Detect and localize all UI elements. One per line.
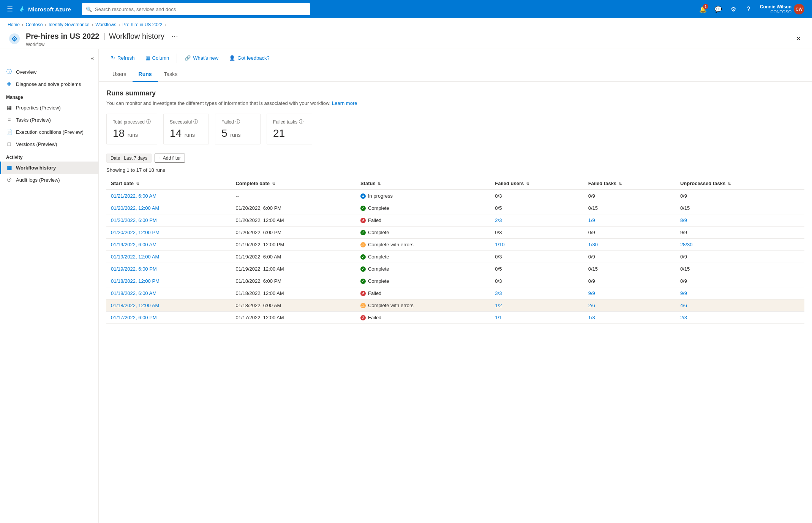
start-date-link[interactable]: 01/20/2022, 12:00 AM [111,205,159,211]
notification-badge: 1 [703,4,708,9]
status-text: Failed [368,290,381,296]
help-icon[interactable]: ? [742,2,755,16]
refresh-button[interactable]: ↻ Refresh [106,53,139,63]
whats-new-button[interactable]: 🔗 What's new [180,53,223,63]
user-menu[interactable]: Connie Wilson CONTOSO CW [757,2,807,16]
breadcrumb-contoso[interactable]: Contoso [26,22,43,27]
failed-tasks-link[interactable]: 1/9 [588,217,595,223]
start-date-link[interactable]: 01/19/2022, 6:00 AM [111,242,156,247]
unprocessed-link[interactable]: 2/3 [680,315,687,320]
failed-tasks-link[interactable]: 1/30 [588,242,598,247]
sidebar-item-tasks[interactable]: ≡ Tasks (Preview) [0,114,98,126]
feedback-button[interactable]: 👤 Got feedback? [224,53,274,63]
start-date-link[interactable]: 01/18/2022, 6:00 AM [111,290,156,296]
start-date-link[interactable]: 01/19/2022, 6:00 PM [111,266,157,272]
tab-tasks[interactable]: Tasks [158,67,184,82]
failed-info-icon[interactable]: ⓘ [235,119,240,125]
td-status: ✗ Failed [356,287,490,300]
card-failed-value: 5 runs [221,127,254,139]
th-complete-date[interactable]: Complete date ⇅ [231,178,355,190]
header-more-menu[interactable]: ⋯ [168,30,181,42]
unprocessed-link[interactable]: 4/6 [680,303,687,308]
unprocessed-link[interactable]: 9/9 [680,290,687,296]
breadcrumb-home[interactable]: Home [8,22,20,27]
sidebar-item-execution[interactable]: 📄 Execution conditions (Preview) [0,126,98,138]
table-row: 01/17/2022, 6:00 PM 01/17/2022, 12:00 AM… [106,312,804,324]
td-complete-date: 01/19/2022, 12:00 PM [231,239,355,251]
failed-users-link[interactable]: 1/10 [495,242,504,247]
settings-icon[interactable]: ⚙ [727,2,740,16]
start-date-link[interactable]: 01/17/2022, 6:00 PM [111,315,157,320]
td-status: ✓ Complete [356,251,490,263]
failed-tasks-info-icon[interactable]: ⓘ [299,119,303,125]
start-date-link[interactable]: 01/18/2022, 12:00 PM [111,278,160,284]
main-container: « ⓘ Overview ✚ Diagnose and solve proble… [0,49,812,523]
feedback-label: Got feedback? [237,55,270,61]
add-filter-button[interactable]: + Add filter [155,154,185,163]
status-text: In progress [368,193,393,199]
sidebar-item-overview[interactable]: ⓘ Overview [0,66,98,78]
status-icon: ✗ [360,291,366,296]
start-date-link[interactable]: 01/20/2022, 12:00 PM [111,230,160,235]
td-failed-tasks: 0/15 [584,202,676,214]
start-date-link[interactable]: 01/18/2022, 12:00 AM [111,303,159,308]
sidebar-item-versions[interactable]: □ Versions (Preview) [0,138,98,150]
start-date-link[interactable]: 01/21/2022, 6:00 AM [111,193,156,199]
tab-users[interactable]: Users [106,67,133,82]
th-failed-users[interactable]: Failed users ⇅ [490,178,583,190]
th-status[interactable]: Status ⇅ [356,178,490,190]
failed-tasks-link[interactable]: 9/9 [588,290,595,296]
failed-users-link[interactable]: 2/3 [495,217,502,223]
breadcrumb-workflows[interactable]: Workflows [95,22,116,27]
breadcrumb-prehire[interactable]: Pre-hire in US 2022 [122,22,162,27]
failed-users-value: 0/3 [495,254,502,260]
td-unprocessed: 0/15 [676,202,804,214]
sidebar-collapse-btn[interactable]: « [89,54,95,63]
column-button[interactable]: ▦ Column [141,53,174,63]
date-filter-tag[interactable]: Date : Last 7 days [106,154,152,163]
th-failed-tasks[interactable]: Failed tasks ⇅ [584,178,676,190]
feedback-icon[interactable]: 💬 [711,2,725,16]
td-failed-tasks: 1/3 [584,312,676,324]
total-info-icon[interactable]: ⓘ [146,119,151,125]
sidebar-item-audit-logs[interactable]: ☉ Audit logs (Preview) [0,174,98,186]
failed-tasks-link[interactable]: 2/6 [588,303,595,308]
search-bar[interactable]: 🔍 [82,3,310,15]
td-failed-tasks: 0/9 [584,275,676,287]
hamburger-menu[interactable]: ☰ [5,3,15,16]
tab-runs[interactable]: Runs [133,67,158,82]
close-button[interactable]: ✕ [793,33,804,44]
breadcrumb: Home › Contoso › Identity Governance › W… [0,18,812,27]
unprocessed-link[interactable]: 8/9 [680,217,687,223]
failed-tasks-link[interactable]: 1/3 [588,315,595,320]
td-status: ● In progress [356,190,490,202]
page-title: Pre-hires in US 2022 [26,32,99,41]
failed-users-link[interactable]: 1/1 [495,315,502,320]
status-text: Complete with errors [368,242,414,247]
workflow-icon [8,32,21,46]
search-input[interactable] [95,6,306,12]
unprocessed-link[interactable]: 28/30 [680,242,693,247]
status-icon: ⚠ [360,303,366,308]
start-date-link[interactable]: 01/20/2022, 6:00 PM [111,217,157,223]
feedback-icon: 👤 [229,55,235,61]
td-status: ⚠ Complete with errors [356,300,490,312]
failed-users-link[interactable]: 1/2 [495,303,502,308]
failed-users-link[interactable]: 3/3 [495,290,502,296]
start-date-link[interactable]: 01/19/2022, 12:00 AM [111,254,159,260]
failed-tasks-value: 0/9 [588,193,595,199]
learn-more-link[interactable]: Learn more [332,100,357,106]
sidebar-item-diagnose[interactable]: ✚ Diagnose and solve problems [0,78,98,90]
table-row: 01/18/2022, 6:00 AM 01/18/2022, 12:00 AM… [106,287,804,300]
sidebar-item-workflow-history[interactable]: ▦ Workflow history [0,162,98,174]
td-complete-date: 01/20/2022, 12:00 AM [231,214,355,227]
status-icon: ✓ [360,279,366,284]
sidebar-item-properties[interactable]: ▦ Properties (Preview) [0,101,98,114]
breadcrumb-identity-governance[interactable]: Identity Governance [49,22,89,27]
th-unprocessed[interactable]: Unprocessed tasks ⇅ [676,178,804,190]
card-successful: Successful ⓘ 14 runs [163,114,209,144]
notifications-icon[interactable]: 🔔 1 [696,2,710,16]
successful-info-icon[interactable]: ⓘ [193,119,198,125]
th-start-date[interactable]: Start date ⇅ [106,178,231,190]
sidebar-item-audit-logs-label: Audit logs (Preview) [16,177,60,183]
